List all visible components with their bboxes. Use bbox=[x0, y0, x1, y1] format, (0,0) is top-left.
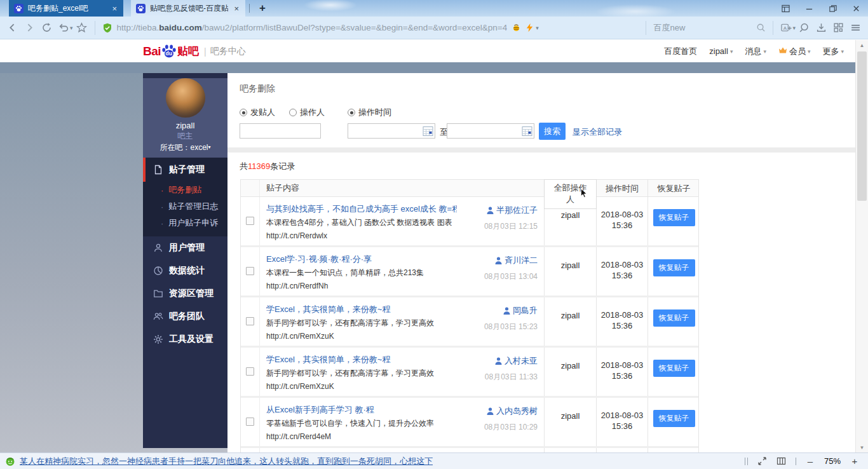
row-checkbox[interactable] bbox=[246, 267, 254, 275]
restore-post-button[interactable]: 恢复贴子 bbox=[653, 410, 695, 427]
nav-username[interactable]: zipall▾ bbox=[709, 46, 733, 56]
row-checkbox[interactable] bbox=[246, 317, 254, 325]
sidebar-item-tools-settings[interactable]: 工具及设置 bbox=[143, 328, 227, 351]
tab-close-icon[interactable]: × bbox=[233, 4, 240, 13]
extension-dropdown-caret[interactable]: ▾ bbox=[536, 25, 539, 31]
menu-hamburger-icon[interactable] bbox=[847, 19, 864, 36]
operation-time-cell: 2018-08-03 15:36 bbox=[596, 398, 648, 446]
chevron-down-icon: ▾ bbox=[841, 48, 844, 55]
author-link[interactable]: 入村未亚 bbox=[485, 355, 538, 367]
post-content-cell: 从Excel新手到高手学习 教·程 零基础新手也可以自学，快速入门，提升办公效率… bbox=[260, 398, 544, 446]
sidebar-forum-selector[interactable]: 所在吧：excel▾ bbox=[143, 142, 227, 153]
search-button[interactable]: 搜索 bbox=[539, 123, 566, 140]
status-ticker-link[interactable]: 某人在精神病院实习，忽然一神经病患者手持一把菜刀向他追来，这人转头就跑，直到跑到… bbox=[20, 456, 433, 467]
radio-poster[interactable]: 发贴人 bbox=[240, 107, 275, 118]
bullet-icon: · bbox=[161, 186, 163, 195]
scroll-down-arrow[interactable]: ▼ bbox=[856, 442, 868, 452]
restore-post-button[interactable]: 恢复贴子 bbox=[653, 360, 695, 377]
favorites-star-icon[interactable] bbox=[73, 19, 90, 36]
post-content-cell: Excel学·习·视·频·教·程·分·享 本课程一集一个知识点，简单精辟，总共2… bbox=[260, 247, 544, 296]
zoom-in-button[interactable]: + bbox=[850, 456, 859, 466]
row-checkbox[interactable] bbox=[246, 217, 254, 225]
refresh-icon[interactable] bbox=[38, 19, 55, 36]
status-bar-controls: – 75% + bbox=[745, 456, 863, 466]
post-title-link[interactable]: 学Excel，其实很简单，来份教~程 bbox=[266, 355, 457, 365]
logo-tieba-text: 贴吧 bbox=[177, 44, 199, 58]
search-input[interactable] bbox=[653, 23, 736, 32]
nav-member[interactable]: 会员▾ bbox=[778, 46, 811, 57]
scrollbar-thumb[interactable] bbox=[857, 51, 867, 201]
post-title-link[interactable]: 学Excel，其实很简单，来份教~程 bbox=[266, 304, 457, 315]
avatar[interactable] bbox=[166, 78, 205, 118]
zoom-out-button[interactable]: – bbox=[806, 456, 815, 466]
apps-grid-icon[interactable] bbox=[830, 19, 847, 36]
post-title-link[interactable]: Excel学·习·视·频·教·程·分·享 bbox=[266, 254, 457, 264]
browser-search-box[interactable] bbox=[651, 23, 768, 32]
author-link[interactable]: 斉川洋二 bbox=[484, 255, 538, 266]
restore-post-button[interactable]: 恢复贴子 bbox=[653, 209, 695, 226]
scroll-up-arrow[interactable]: ▲ bbox=[856, 40, 868, 50]
radio-button-icon[interactable] bbox=[240, 109, 247, 116]
date-from-field[interactable] bbox=[348, 124, 435, 138]
security-shield-icon[interactable] bbox=[102, 23, 112, 33]
operator-filter-dropdown[interactable]: 全部操作人 bbox=[544, 179, 597, 209]
post-title-link[interactable]: 与其到处找高手，不如自己成为高手 excel成长 教=程 bbox=[266, 204, 457, 214]
tab-close-icon[interactable]: × bbox=[111, 4, 118, 13]
url-text[interactable]: http://tieba.baidu.com/bawu2/platform/li… bbox=[117, 23, 508, 32]
tab-feedback[interactable]: 贴吧意见反馈吧-百度贴吧 × bbox=[131, 0, 245, 17]
row-checkbox[interactable] bbox=[246, 418, 254, 426]
calendar-icon[interactable] bbox=[423, 126, 433, 137]
sidebar-item-user-management[interactable]: 用户管理 bbox=[143, 236, 227, 259]
date-from-input[interactable] bbox=[348, 123, 435, 139]
post-title-link[interactable]: 从Excel新手到高手学习 教·程 bbox=[266, 405, 457, 415]
sidebar-item-bawu-team[interactable]: 吧务团队 bbox=[143, 305, 227, 328]
download-icon[interactable] bbox=[813, 19, 830, 36]
poster-name-input[interactable] bbox=[240, 123, 321, 139]
sidebar-item-bawu-delete[interactable]: ·吧务删贴 bbox=[143, 182, 227, 198]
calendar-icon[interactable] bbox=[522, 126, 532, 137]
minimize-button[interactable] bbox=[797, 0, 821, 17]
radio-operation-time[interactable]: 操作时间 bbox=[348, 107, 391, 118]
author-link[interactable]: 半那佐江子 bbox=[484, 205, 538, 216]
restore-post-button[interactable]: 恢复贴子 bbox=[653, 309, 695, 327]
sidebar-item-resource-zone[interactable]: 资源区管理 bbox=[143, 282, 227, 305]
restore-post-button[interactable]: 恢复贴子 bbox=[653, 259, 695, 276]
nav-baidu-home[interactable]: 百度首页 bbox=[664, 46, 697, 57]
reading-columns-icon[interactable] bbox=[776, 456, 786, 466]
author-link[interactable]: 岡島升 bbox=[484, 305, 538, 316]
tab-layout-icon[interactable] bbox=[774, 0, 797, 17]
restore-button[interactable] bbox=[821, 0, 844, 17]
address-bar[interactable]: http://tieba.baidu.com/bawu2/platform/li… bbox=[100, 23, 642, 33]
operation-time-cell: 2018-08-03 15:36 bbox=[596, 348, 648, 396]
vertical-scrollbar[interactable]: ▲ ▼ bbox=[855, 40, 868, 452]
nav-more[interactable]: 更多▾ bbox=[822, 46, 844, 57]
find-on-page-icon[interactable] bbox=[796, 19, 813, 36]
author-link[interactable]: 入内岛秀树 bbox=[484, 405, 538, 417]
nav-messages[interactable]: 消息▾ bbox=[745, 46, 766, 57]
zoom-level[interactable]: 75% bbox=[824, 456, 841, 466]
row-checkbox[interactable] bbox=[246, 367, 254, 376]
radio-button-icon[interactable] bbox=[289, 109, 297, 116]
search-icon[interactable] bbox=[756, 23, 766, 32]
date-to-input[interactable] bbox=[447, 123, 534, 139]
radio-operator[interactable]: 操作人 bbox=[289, 107, 325, 118]
bee-extension-icon[interactable] bbox=[512, 23, 521, 32]
sidebar-item-statistics[interactable]: 数据统计 bbox=[143, 259, 227, 282]
fullscreen-icon[interactable] bbox=[757, 456, 767, 466]
baidu-tieba-logo[interactable]: Bai du 贴吧 | 吧务中心 bbox=[143, 44, 246, 59]
lightning-extension-icon[interactable] bbox=[525, 23, 534, 32]
show-all-records-link[interactable]: 显示全部记录 bbox=[573, 126, 622, 138]
date-to-field[interactable] bbox=[447, 124, 534, 138]
page-title: 吧务删除 bbox=[240, 83, 275, 95]
sidebar-item-post-management[interactable]: 贴子管理 bbox=[143, 158, 227, 182]
sidebar-item-post-log[interactable]: ·贴子管理日志 bbox=[143, 198, 227, 215]
header-operator-filter[interactable]: 全部操作人 bbox=[544, 180, 596, 196]
post-url-text: http://t.cn/RemXzuK bbox=[266, 332, 538, 341]
forward-icon[interactable] bbox=[21, 19, 38, 36]
new-tab-button[interactable]: + bbox=[254, 2, 271, 15]
back-icon[interactable] bbox=[4, 19, 21, 36]
tab-bawu-delete[interactable]: 吧务删贴_excel吧 × bbox=[9, 0, 123, 17]
radio-button-icon[interactable] bbox=[348, 109, 355, 116]
close-button[interactable] bbox=[844, 0, 868, 17]
sidebar-item-user-appeal[interactable]: ·用户贴子申诉 bbox=[143, 215, 227, 231]
